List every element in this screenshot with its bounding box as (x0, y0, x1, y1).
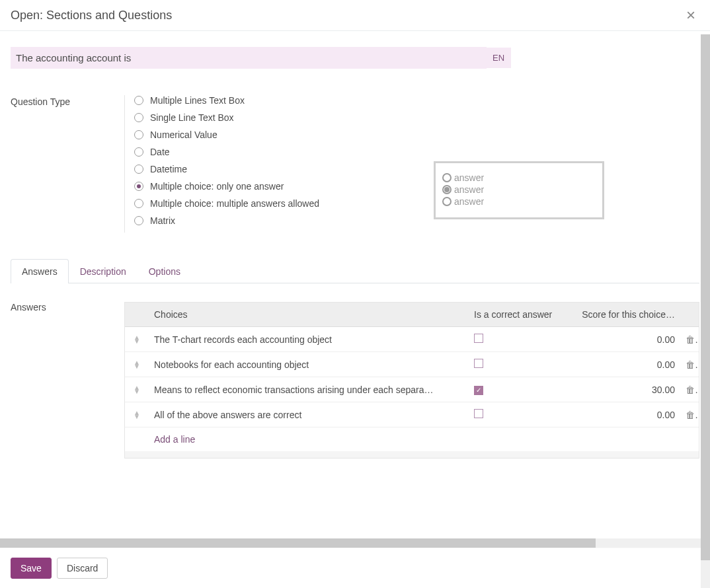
correct-checkbox[interactable] (474, 409, 483, 418)
question-type-option[interactable]: Single Line Text Box (134, 112, 428, 123)
drag-handle-icon[interactable]: ▲▼ (130, 386, 143, 394)
radio-icon (134, 165, 143, 174)
add-line-link[interactable]: Add a line (125, 427, 699, 451)
vertical-scrollbar[interactable] (701, 34, 710, 588)
col-handle-header (125, 303, 149, 326)
preview-radio-icon (442, 197, 452, 206)
table-row[interactable]: ▲▼Notebooks for each accounting object0.… (125, 352, 699, 377)
tab-options[interactable]: Options (138, 259, 192, 283)
col-delete-header (680, 303, 699, 326)
radio-label: Matrix (150, 215, 175, 226)
col-score-header[interactable]: Score for this choice… (572, 303, 680, 326)
radio-icon (134, 96, 143, 105)
preview-answer-item: answer (442, 172, 596, 183)
question-type-option[interactable]: Datetime (134, 164, 428, 174)
trash-icon[interactable]: 🗑 (686, 334, 699, 345)
question-type-label: Question Type (11, 95, 124, 107)
table-row[interactable]: ▲▼Means to reflect economic transactions… (125, 377, 699, 402)
correct-checkbox[interactable] (474, 359, 483, 368)
score-value[interactable]: 30.00 (572, 378, 680, 402)
drag-handle-icon[interactable]: ▲▼ (130, 336, 143, 344)
choice-text[interactable]: Means to reflect economic transactions a… (154, 385, 463, 395)
score-value[interactable]: 0.00 (572, 403, 680, 427)
tab-answers[interactable]: Answers (11, 259, 69, 283)
preview-answer-text: answer (454, 172, 484, 183)
question-type-option[interactable]: Date (134, 147, 428, 157)
radio-icon (134, 113, 143, 122)
score-value[interactable]: 0.00 (572, 353, 680, 377)
modal-body: EN Question Type Multiple Lines Text Box… (0, 31, 710, 548)
drag-handle-icon[interactable]: ▲▼ (130, 411, 143, 419)
choice-text[interactable]: Notebooks for each accounting object (154, 359, 463, 370)
table-row[interactable]: ▲▼All of the above answers are correct0.… (125, 402, 699, 427)
score-value[interactable]: 0.00 (572, 328, 680, 351)
preview-answer-item: answer (442, 196, 596, 207)
correct-checkbox[interactable] (474, 334, 483, 343)
horizontal-scrollbar[interactable] (0, 538, 701, 548)
radio-label: Multiple choice: only one answer (150, 181, 284, 192)
preview-radio-icon (442, 173, 452, 182)
answer-preview-box: answeransweranswer (434, 161, 604, 219)
question-type-option[interactable]: Multiple choice: multiple answers allowe… (134, 198, 428, 209)
trash-icon[interactable]: 🗑 (686, 359, 699, 370)
tab-description[interactable]: Description (69, 259, 138, 283)
radio-label: Numerical Value (150, 129, 217, 140)
preview-answer-item: answer (442, 184, 596, 195)
radio-icon (134, 182, 143, 191)
preview-answer-text: answer (454, 196, 484, 207)
preview-radio-icon (442, 185, 452, 194)
col-correct-header[interactable]: Is a correct answer (469, 303, 572, 326)
radio-icon (134, 147, 143, 157)
radio-icon (134, 199, 143, 208)
radio-label: Multiple choice: multiple answers allowe… (150, 198, 319, 209)
question-type-option[interactable]: Multiple Lines Text Box (134, 95, 428, 106)
modal-title: Open: Sections and Questions (11, 9, 172, 22)
save-button[interactable]: Save (11, 558, 52, 579)
radio-label: Single Line Text Box (150, 112, 234, 123)
radio-label: Datetime (150, 164, 187, 174)
close-button[interactable]: × (682, 7, 699, 24)
discard-button[interactable]: Discard (57, 558, 108, 579)
trash-icon[interactable]: 🗑 (686, 410, 699, 420)
trash-icon[interactable]: 🗑 (686, 385, 699, 395)
question-type-option[interactable]: Numerical Value (134, 129, 428, 140)
drag-handle-icon[interactable]: ▲▼ (130, 361, 143, 369)
choice-text[interactable]: The T-chart records each accounting obje… (154, 334, 463, 345)
radio-icon (134, 216, 143, 225)
correct-checkbox[interactable] (474, 386, 483, 395)
radio-icon (134, 130, 143, 139)
answers-label: Answers (11, 302, 124, 459)
language-badge[interactable]: EN (486, 48, 511, 68)
col-choices-header[interactable]: Choices (149, 303, 469, 326)
preview-answer-text: answer (454, 184, 484, 195)
table-row[interactable]: ▲▼The T-chart records each accounting ob… (125, 327, 699, 352)
question-title-input[interactable] (11, 47, 487, 69)
choice-text[interactable]: All of the above answers are correct (154, 410, 463, 420)
question-type-option[interactable]: Multiple choice: only one answer (134, 181, 428, 192)
radio-label: Date (150, 147, 170, 157)
radio-label: Multiple Lines Text Box (150, 95, 245, 106)
question-type-option[interactable]: Matrix (134, 215, 428, 226)
